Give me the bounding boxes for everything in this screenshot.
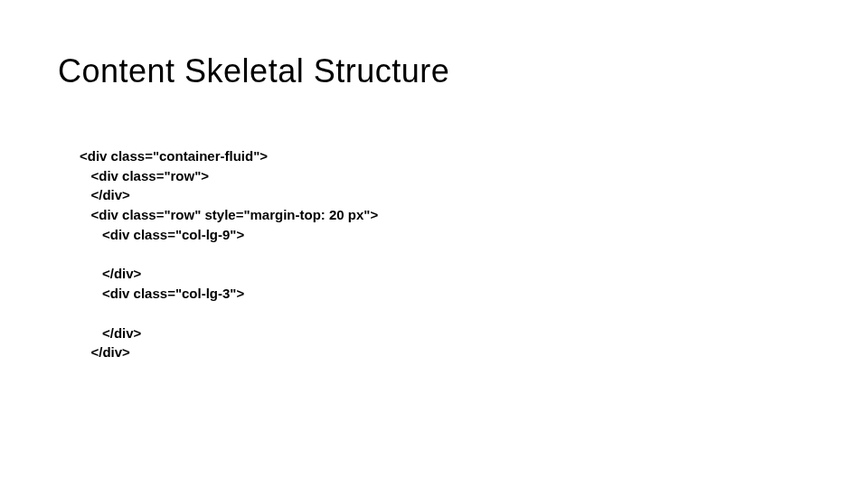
code-line: </div> (80, 266, 141, 281)
code-line: <div class="row"> (80, 168, 209, 183)
code-line: <div class="row" style="margin-top: 20 p… (80, 207, 378, 222)
code-line: </div> (80, 344, 130, 360)
code-line: <div class="container-fluid"> (80, 148, 268, 164)
code-line: <div class="col-lg-3"> (80, 286, 244, 301)
code-block: <div class="container-fluid"> <div class… (80, 127, 378, 362)
code-line: </div> (80, 187, 130, 202)
page-title: Content Skeletal Structure (58, 52, 449, 90)
code-line: </div> (80, 325, 141, 341)
code-line: <div class="col-lg-9"> (80, 227, 244, 242)
